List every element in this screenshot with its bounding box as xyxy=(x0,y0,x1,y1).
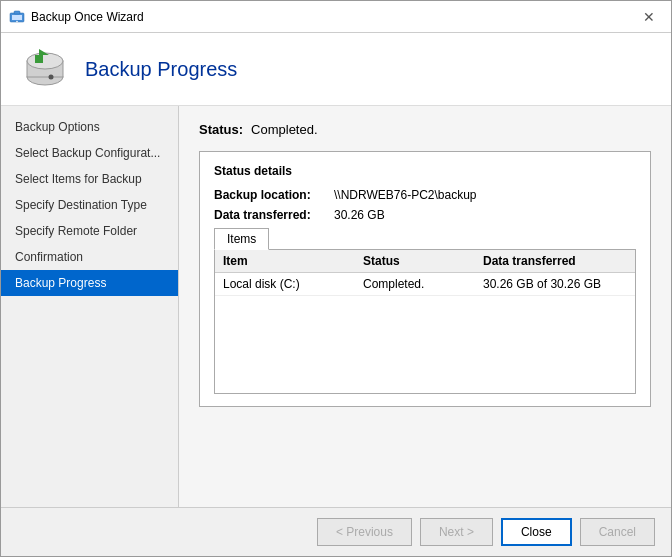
row-status: Completed. xyxy=(363,277,483,291)
main-content: Status: Completed. Status details Backup… xyxy=(179,106,671,507)
row-data-transferred: 30.26 GB of 30.26 GB xyxy=(483,277,627,291)
sidebar-item-confirmation[interactable]: Confirmation xyxy=(1,244,178,270)
table-header: Item Status Data transferred xyxy=(215,250,635,273)
items-table: Item Status Data transferred Local disk … xyxy=(214,249,636,394)
svg-point-6 xyxy=(27,53,63,69)
status-label: Status: xyxy=(199,122,243,137)
title-bar: Backup Once Wizard ✕ xyxy=(1,1,671,33)
col-data-transferred: Data transferred xyxy=(483,254,627,268)
tab-bar: Items xyxy=(214,228,636,250)
sidebar-item-backup-options[interactable]: Backup Options xyxy=(1,114,178,140)
status-row: Status: Completed. xyxy=(199,122,651,137)
svg-point-7 xyxy=(49,75,54,80)
data-transferred-row: Data transferred: 30.26 GB xyxy=(214,208,636,222)
status-details-box: Status details Backup location: \\NDRWEB… xyxy=(199,151,651,407)
tab-items[interactable]: Items xyxy=(214,228,269,250)
title-bar-text: Backup Once Wizard xyxy=(31,10,635,24)
previous-button[interactable]: < Previous xyxy=(317,518,412,546)
window-icon xyxy=(9,9,25,25)
backup-location-value: \\NDRWEB76-PC2\backup xyxy=(334,188,477,202)
cancel-button[interactable]: Cancel xyxy=(580,518,655,546)
status-value: Completed. xyxy=(251,122,317,137)
content-area: Backup Options Select Backup Configurat.… xyxy=(1,106,671,507)
header-icon xyxy=(21,45,69,93)
backup-location-label: Backup location: xyxy=(214,188,334,202)
sidebar-item-remote-folder[interactable]: Specify Remote Folder xyxy=(1,218,178,244)
svg-point-3 xyxy=(16,20,18,22)
backup-location-row: Backup location: \\NDRWEB76-PC2\backup xyxy=(214,188,636,202)
sidebar: Backup Options Select Backup Configurat.… xyxy=(1,106,179,507)
close-window-button[interactable]: ✕ xyxy=(635,5,663,29)
sidebar-item-select-items[interactable]: Select Items for Backup xyxy=(1,166,178,192)
col-status: Status xyxy=(363,254,483,268)
footer: < Previous Next > Close Cancel xyxy=(1,507,671,556)
svg-rect-2 xyxy=(14,11,20,14)
data-transferred-label: Data transferred: xyxy=(214,208,334,222)
col-item: Item xyxy=(223,254,363,268)
data-transferred-value: 30.26 GB xyxy=(334,208,385,222)
svg-rect-1 xyxy=(12,15,22,20)
wizard-window: Backup Once Wizard ✕ Backup Progress Bac… xyxy=(0,0,672,557)
next-button[interactable]: Next > xyxy=(420,518,493,546)
status-details-title: Status details xyxy=(214,164,636,178)
page-title: Backup Progress xyxy=(85,58,237,81)
table-body: Local disk (C:) Completed. 30.26 GB of 3… xyxy=(215,273,635,393)
sidebar-item-destination-type[interactable]: Specify Destination Type xyxy=(1,192,178,218)
header: Backup Progress xyxy=(1,33,671,106)
sidebar-item-backup-progress[interactable]: Backup Progress xyxy=(1,270,178,296)
table-row: Local disk (C:) Completed. 30.26 GB of 3… xyxy=(215,273,635,296)
row-item: Local disk (C:) xyxy=(223,277,363,291)
sidebar-item-select-config[interactable]: Select Backup Configurat... xyxy=(1,140,178,166)
close-button[interactable]: Close xyxy=(501,518,572,546)
